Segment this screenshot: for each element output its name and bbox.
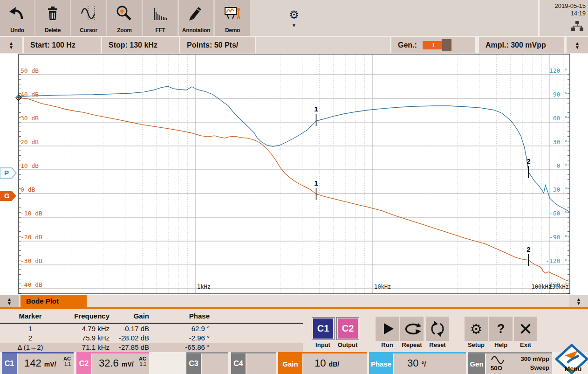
chevron-down-icon: ▼ — [292, 23, 296, 28]
axis-label: 130kHz — [549, 284, 569, 290]
stop-frequency-value: Stop: 130 kHz — [109, 41, 157, 49]
oscilloscope-screen: Undo Delete Cursor Zoom FFT — [0, 0, 588, 374]
fft-button[interactable]: FFT — [143, 0, 178, 36]
input-channel-label: C1 — [317, 323, 329, 334]
tab-bode-plot[interactable]: Bode Plot — [21, 295, 87, 307]
delete-button[interactable]: Delete — [35, 0, 70, 36]
gear-icon: ⚙ — [470, 321, 483, 337]
annotation-button[interactable]: Annotation — [179, 0, 213, 36]
annotation-label: Annotation — [182, 27, 210, 36]
marker-row-1: 1 4.79 kHz -0.17 dB 62.9 ° — [0, 325, 303, 334]
menu-button[interactable]: Menu — [562, 365, 584, 373]
undo-label: Undo — [10, 27, 24, 36]
axis-label: 2 — [526, 245, 530, 253]
amplitude-field[interactable]: Ampl.: 300 mVpp — [479, 37, 564, 53]
c1-scale-panel[interactable]: 142 mV/ AC1:1 — [18, 353, 74, 374]
phase-scale-button[interactable]: Phase — [369, 353, 393, 374]
axis-label: 50 dB — [21, 67, 39, 74]
marker-row-delta: Δ (1→2) 71.1 kHz -27.85 dB -65.86 ° — [0, 343, 303, 353]
settings-scroll-left-button[interactable]: ▲ ▼ — [0, 37, 22, 53]
c1-coupling: AC — [63, 356, 71, 361]
delete-label: Delete — [45, 27, 61, 36]
reset-button[interactable] — [426, 317, 449, 341]
axis-label: 10kHz — [374, 284, 391, 290]
gain-scale-panel[interactable]: 10 dB/ — [303, 353, 367, 374]
setup-button[interactable]: ⚙ — [465, 317, 488, 341]
c2-channel-button[interactable]: C2 — [76, 353, 91, 374]
network-icon — [571, 21, 584, 32]
tab-scroll-left-button[interactable]: ▲ ▼ — [0, 295, 19, 307]
output-channel-button[interactable]: C2 — [337, 318, 359, 339]
phase-scale-panel[interactable]: 30 °/ — [394, 353, 466, 374]
stop-frequency-field[interactable]: Stop: 130 kHz — [102, 37, 179, 53]
gen-button[interactable]: Gen — [468, 353, 485, 374]
help-label: Help — [489, 341, 513, 348]
trash-icon — [35, 0, 70, 27]
settings-scroll-right-button[interactable]: ▲ ▼ — [567, 37, 588, 53]
time-value: 14:19 — [555, 10, 586, 17]
cursor-waveform-icon — [71, 0, 106, 27]
axis-label: G — [4, 192, 10, 200]
question-mark-icon: ? — [497, 322, 505, 336]
axis-label: 10 dB — [21, 162, 39, 169]
tab-scroll-right-button[interactable]: ▲ ▼ — [569, 295, 588, 307]
c1-channel-button[interactable]: C1 — [2, 353, 17, 374]
axis-label: 1kHz — [197, 284, 211, 290]
gear-icon: ⚙ — [289, 9, 299, 21]
help-button[interactable]: ? — [489, 317, 513, 341]
phase-curve — [19, 86, 569, 212]
axis-label: 0 ° — [557, 162, 567, 169]
c2-probe-ratio: 1:1 — [139, 361, 146, 367]
axis-label: 120 ° — [549, 67, 567, 74]
axis-label: -40 dB — [21, 281, 42, 288]
exit-label: Exit — [514, 341, 537, 348]
c4-scale-panel[interactable] — [246, 353, 276, 374]
c3-scale-panel[interactable] — [202, 353, 228, 374]
date-value: 2019-05-15 — [555, 2, 586, 10]
reset-label: Reset — [426, 341, 449, 348]
run-label: Run — [376, 341, 399, 348]
phase-label: Phase — [371, 360, 391, 368]
gen-settings-panel[interactable]: 50Ω 300 mVpp Sweep — [486, 353, 552, 374]
axis-label: 20 dB — [21, 139, 39, 145]
axis-label: 1 — [314, 179, 318, 187]
down-arrow-icon: ▼ — [9, 45, 14, 49]
marker-phase: -65.86 ° — [144, 343, 210, 351]
axis-label: 2 — [526, 157, 530, 165]
generator-toggle[interactable]: I — [423, 41, 444, 49]
gen-impedance: 50Ω — [491, 365, 502, 372]
gen-label: Gen — [470, 360, 483, 368]
zoom-button[interactable]: Zoom — [107, 0, 142, 36]
tab-bar: ▲ ▼ Bode Plot ▲ ▼ — [0, 295, 588, 309]
c4-channel-button[interactable]: C4 — [231, 353, 246, 374]
generator-label: Gen.: — [398, 41, 417, 49]
axis-label: 0 dB — [21, 186, 35, 193]
axis-label: -20 dB — [21, 234, 42, 241]
points-field[interactable]: Points: 50 Pts/ — [180, 37, 255, 53]
amplitude-value: Ampl.: 300 mVpp — [485, 41, 546, 49]
gain-scale-button[interactable]: Gain — [278, 353, 302, 374]
gen-mode: Sweep — [530, 364, 549, 371]
marker-phase: 62.9 ° — [144, 325, 210, 332]
start-frequency-field[interactable]: Start: 100 Hz — [24, 37, 101, 53]
run-button[interactable] — [376, 317, 399, 341]
phase-scale-value: 30 — [407, 357, 418, 369]
undo-button[interactable]: Undo — [0, 0, 34, 36]
axis-label: -30 ° — [549, 186, 567, 193]
demo-button[interactable]: Demo — [215, 0, 250, 36]
gain-scale-unit: dB/ — [329, 360, 340, 368]
bode-plot-chart[interactable]: 50 dB40 dB30 dB20 dB10 dB0 dB-10 dB-20 d… — [0, 54, 588, 295]
exit-button[interactable] — [514, 317, 537, 341]
cursor-button[interactable]: Cursor — [71, 0, 106, 36]
c3-channel-button[interactable]: C3 — [186, 353, 201, 374]
zoom-label: Zoom — [117, 27, 131, 36]
generator-toggle-state: I — [432, 42, 434, 48]
generator-field[interactable]: Gen.: I — [391, 37, 475, 53]
c2-scale-panel[interactable]: 32.6 mV/ AC1:1 — [92, 353, 149, 374]
input-channel-button[interactable]: C1 — [312, 318, 334, 339]
repeat-button[interactable] — [400, 317, 424, 341]
setup-label: Setup — [465, 341, 488, 348]
bode-plot-canvas: 50 dB40 dB30 dB20 dB10 dB0 dB-10 dB-20 d… — [0, 54, 588, 295]
toolbar-settings-button[interactable]: ⚙ ▼ — [285, 0, 303, 36]
reset-arrows-icon — [428, 319, 447, 338]
